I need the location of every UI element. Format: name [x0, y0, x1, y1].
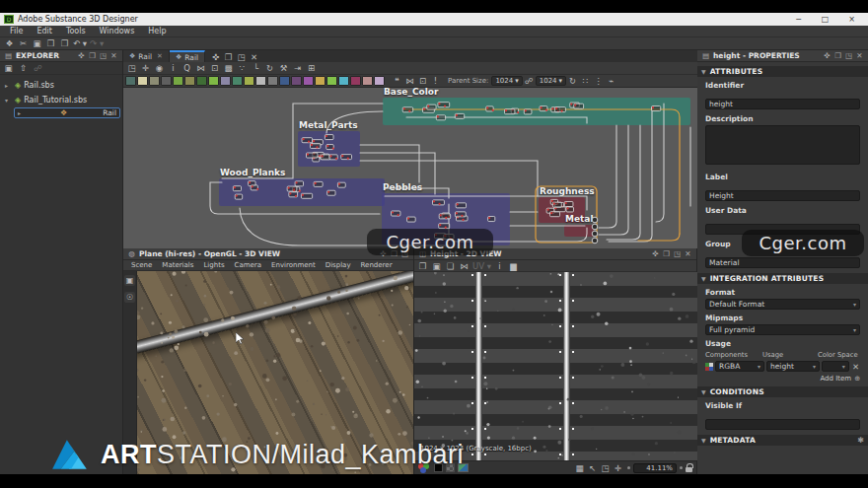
float-icon[interactable]: ❐ — [832, 50, 843, 61]
section-attributes[interactable]: ▼ ATTRIBUTES — [697, 66, 868, 77]
section-conditions[interactable]: ▼ CONDITIONS — [697, 386, 868, 397]
link-icon[interactable]: ⋈ — [458, 260, 470, 271]
close-icon[interactable]: ✕ — [157, 52, 163, 60]
node-type-icon[interactable] — [137, 76, 148, 86]
pin-icon[interactable]: ✜ — [209, 51, 222, 62]
snap-icon[interactable]: ⋈ — [194, 63, 207, 74]
tree-item-rail-graph[interactable]: ▸ ❖ Rail — [14, 107, 120, 118]
export-icon[interactable]: ⇧ — [17, 63, 30, 74]
node-type-icon[interactable] — [338, 76, 349, 86]
lock-icon[interactable] — [686, 467, 692, 472]
node-type-icon[interactable] — [267, 76, 278, 86]
wire-icon[interactable]: ⋈ — [403, 76, 416, 87]
node-type-icon[interactable] — [303, 76, 314, 86]
description-field[interactable] — [705, 125, 860, 165]
material-icon[interactable]: ▩ — [222, 63, 235, 74]
node-type-icon[interactable] — [374, 76, 385, 86]
graph-tab-rail-1[interactable]: ❖ Rail ✕ — [123, 50, 170, 62]
comment-icon[interactable]: ❝ — [391, 76, 403, 87]
light-icon[interactable]: ☉ — [124, 292, 135, 303]
maximize-icon[interactable]: ◳ — [235, 51, 248, 62]
layout-icon[interactable]: ⌁ — [605, 76, 617, 87]
display-icon[interactable]: ▣ — [124, 275, 135, 286]
tree-item-railsbs[interactable]: ▸ ◈ Rail.sbs — [0, 78, 122, 93]
node-type-icon[interactable] — [279, 76, 290, 86]
search-icon[interactable]: Q — [181, 63, 193, 74]
label-field[interactable] — [705, 190, 860, 201]
info-icon[interactable]: i — [493, 260, 506, 271]
menu-display[interactable]: Display — [322, 261, 355, 269]
section-integration-attributes[interactable]: ▼ INTEGRATION ATTRIBUTES — [697, 273, 868, 284]
menu-help[interactable]: Help — [142, 27, 172, 35]
section-metadata[interactable]: ▼ METADATA ✱ — [697, 435, 868, 446]
rotate-icon[interactable]: ↻ — [263, 63, 276, 74]
refresh-icon[interactable]: ↻ — [566, 76, 579, 87]
maximize-button[interactable]: □ — [819, 15, 832, 25]
mipmaps-select[interactable]: Full pyramid▾ — [705, 324, 860, 335]
elbow-connector-icon[interactable]: └ — [250, 63, 262, 74]
node-type-icon[interactable] — [196, 76, 207, 86]
export-icon[interactable]: ⇥ — [291, 63, 304, 74]
add-item-button[interactable]: Add Item — [820, 375, 851, 383]
menu-renderer[interactable]: Renderer — [357, 261, 397, 269]
maximize-icon[interactable]: ◳ — [98, 50, 108, 61]
redo-icon[interactable]: ↷ ▾ — [89, 38, 105, 49]
float-icon[interactable]: ❐ — [222, 51, 235, 62]
node-type-icon[interactable] — [232, 76, 243, 86]
menu-environment[interactable]: Environment — [267, 261, 320, 269]
pan-icon[interactable]: ✛ — [612, 462, 624, 473]
graph-canvas[interactable]: Base_Color Metal_Parts Wood_Planks Pebbl… — [123, 88, 697, 248]
menu-windows[interactable]: Windows — [94, 27, 141, 35]
dots-icon[interactable]: ∵ — [236, 63, 249, 74]
float-icon[interactable]: ❐ — [87, 50, 98, 61]
parent-size-select[interactable]: 1024▾ — [491, 76, 522, 86]
maximize-icon[interactable]: ◳ — [672, 248, 683, 259]
components-select[interactable]: RGBA▾ — [715, 361, 764, 372]
plus-circle-icon[interactable]: ⊕ — [854, 375, 860, 383]
menu-tools[interactable]: Tools — [60, 27, 92, 35]
cut-icon[interactable]: ✂ — [17, 38, 30, 49]
float-icon[interactable]: ❐ — [661, 248, 672, 259]
node-type-icon[interactable] — [173, 76, 183, 86]
node-type-icon[interactable] — [244, 76, 254, 86]
grid-icon[interactable]: ▦ — [573, 462, 586, 473]
gear-icon[interactable]: ✱ — [857, 436, 864, 445]
save-icon[interactable]: ▣ — [2, 63, 15, 74]
node-type-icon[interactable] — [184, 76, 195, 86]
color-space-select[interactable]: ▾ — [822, 361, 849, 372]
undo-icon[interactable]: ↶ ▾ — [72, 38, 88, 49]
node-type-icon[interactable] — [149, 76, 160, 86]
pin-icon[interactable]: ✜ — [822, 50, 832, 61]
close-icon[interactable]: ✕ — [108, 50, 119, 61]
info-icon[interactable]: i — [167, 63, 180, 74]
menu-edit[interactable]: Edit — [31, 27, 58, 35]
close-icon[interactable]: ✕ — [854, 50, 865, 61]
node-type-icon[interactable] — [362, 76, 373, 86]
node-type-icon[interactable] — [220, 76, 231, 86]
menu-scene[interactable]: Scene — [127, 261, 156, 269]
open-icon[interactable]: ❒ — [44, 38, 57, 49]
column-icon[interactable]: ⋮ — [592, 76, 605, 87]
fit-view-icon[interactable]: ⊡ — [208, 63, 221, 74]
dots-pair-icon[interactable]: ∷ — [579, 76, 592, 87]
usage-select[interactable]: height▾ — [766, 361, 820, 372]
visible-if-field[interactable] — [705, 419, 860, 430]
format-select[interactable]: Default Format▾ — [705, 299, 860, 310]
node-type-icon[interactable] — [315, 76, 326, 86]
menu-materials[interactable]: Materials — [158, 261, 197, 269]
node-type-icon[interactable] — [326, 76, 337, 86]
histogram-icon[interactable]: ▆ — [507, 260, 520, 271]
zoom-level-field[interactable]: 41.11% — [633, 463, 677, 473]
frame-select-icon[interactable]: ◳ — [125, 63, 138, 74]
cursor-icon[interactable]: ↖ — [586, 462, 599, 473]
pin-icon[interactable]: ✜ — [76, 50, 87, 61]
frame-icon[interactable]: ◳ — [599, 462, 612, 473]
link-editor-icon[interactable]: ❖ — [3, 38, 16, 49]
close-icon[interactable]: ✕ — [248, 51, 260, 62]
transform-icon[interactable]: ✛ — [139, 63, 152, 74]
identifier-field[interactable] — [705, 99, 860, 109]
pin-icon[interactable]: ✜ — [650, 248, 661, 259]
node-type-icon[interactable] — [350, 76, 361, 86]
grid-icon[interactable]: ⊞ — [305, 63, 318, 74]
paste-image-icon[interactable]: ❏ — [444, 260, 457, 271]
